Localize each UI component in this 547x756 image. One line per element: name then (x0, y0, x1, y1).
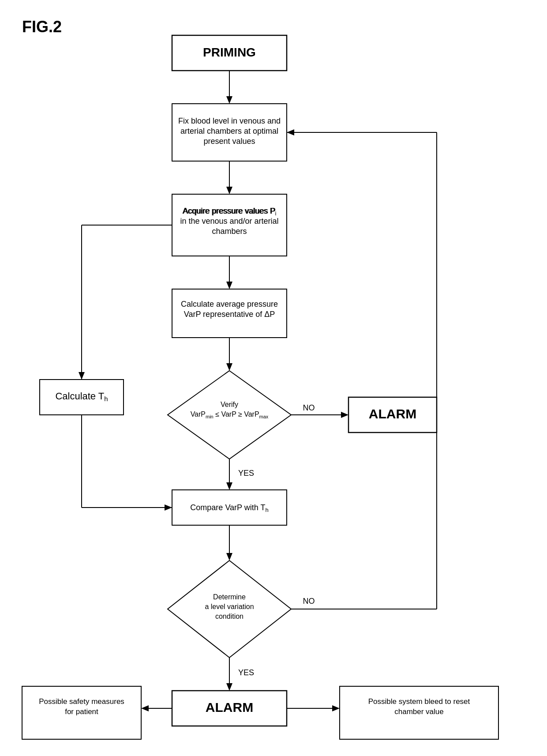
priming-label: PRIMING (203, 45, 256, 59)
determine-label: Determine (213, 593, 246, 601)
svg-marker-29 (165, 504, 172, 511)
alarm1-label: ALARM (369, 406, 416, 421)
safety-label: Possible safety measures (39, 697, 124, 706)
svg-text:a level variation: a level variation (205, 603, 254, 610)
svg-marker-50 (332, 705, 340, 711)
svg-marker-21 (341, 412, 348, 418)
alarm2-label: ALARM (206, 700, 253, 715)
svg-text:present values: present values (203, 137, 255, 146)
svg-marker-17 (226, 363, 232, 371)
yes2-label: YES (238, 668, 254, 677)
svg-marker-24 (226, 482, 232, 490)
calc-avg-label: Calculate average pressure (181, 300, 278, 308)
svg-marker-32 (79, 372, 85, 380)
svg-marker-43 (226, 683, 232, 691)
svg-text:Acquire pressure values Pi: Acquire pressure values Pi (183, 207, 277, 217)
svg-text:for patient: for patient (65, 707, 98, 716)
svg-marker-13 (226, 282, 232, 289)
svg-text:in the venous and/or arterial: in the venous and/or arterial (180, 217, 278, 226)
svg-text:chamber value: chamber value (394, 707, 444, 716)
calc-th-label: Calculate Th (55, 391, 108, 402)
verify-label: Verify (221, 401, 238, 408)
svg-text:arterial chambers at optimal: arterial chambers at optimal (180, 127, 278, 135)
no1-label: NO (303, 403, 315, 412)
svg-text:condition: condition (215, 613, 244, 620)
svg-marker-34 (226, 553, 232, 560)
svg-marker-2 (226, 96, 232, 104)
svg-marker-46 (141, 705, 149, 711)
no2-label: NO (303, 597, 315, 606)
svg-marker-41 (287, 129, 294, 135)
compare-label: Compare VarP with Th (190, 503, 268, 513)
svg-text:VarP representative of ΔP: VarP representative of ΔP (184, 310, 275, 319)
fix-blood-label: Fix blood level in venous and (178, 117, 281, 125)
system-bleed-label: Possible system bleed to reset (368, 697, 470, 706)
svg-text:chambers: chambers (212, 227, 247, 236)
svg-marker-7 (226, 187, 232, 194)
yes1-label: YES (238, 469, 254, 478)
